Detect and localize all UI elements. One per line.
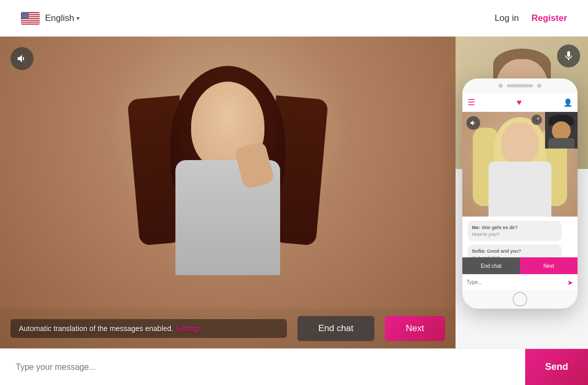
phone-speaker xyxy=(507,84,533,87)
phone-next-button[interactable]: Next xyxy=(520,257,578,274)
next-button[interactable]: Next xyxy=(385,316,445,341)
svg-point-11 xyxy=(25,12,26,13)
phone-camera-2 xyxy=(537,84,541,88)
svg-point-36 xyxy=(22,17,23,17)
svg-point-19 xyxy=(21,14,22,15)
flag-icon xyxy=(21,12,40,25)
register-button[interactable]: Register xyxy=(531,13,567,24)
svg-point-12 xyxy=(26,12,27,13)
svg-point-31 xyxy=(23,16,23,16)
svg-point-21 xyxy=(24,14,24,15)
svg-point-23 xyxy=(26,14,27,15)
svg-point-22 xyxy=(25,14,26,15)
svg-point-8 xyxy=(21,12,22,13)
svg-point-30 xyxy=(21,16,22,16)
main-video: Automatic translation of the messages en… xyxy=(0,37,456,348)
chat-original-1: Wie geht es dir? xyxy=(482,224,518,230)
phone-chat-bubble-1: Me: Wie geht es dir? How're you? xyxy=(468,221,562,241)
send-button[interactable]: Send xyxy=(525,349,588,386)
phone-message-input[interactable] xyxy=(467,279,567,285)
chat-original-2: Good and you? xyxy=(487,248,521,254)
phone-video-area: 🎤 xyxy=(462,112,578,217)
phone-end-chat-button[interactable]: End chat xyxy=(462,257,520,274)
login-button[interactable]: Log in xyxy=(495,13,519,24)
svg-point-29 xyxy=(27,15,27,16)
phone-sound-icon[interactable] xyxy=(467,116,480,130)
phone-menu-icon[interactable]: ☰ xyxy=(468,97,475,107)
phone-top-bar xyxy=(462,78,578,93)
svg-point-25 xyxy=(22,15,23,16)
phone-woman-body xyxy=(489,162,551,217)
svg-point-13 xyxy=(28,12,28,13)
svg-point-33 xyxy=(25,16,26,16)
message-bar: Send xyxy=(0,348,588,385)
sound-button[interactable] xyxy=(10,47,34,70)
svg-rect-6 xyxy=(21,22,40,24)
phone-send-icon[interactable]: ➤ xyxy=(567,278,573,287)
translation-notice: Automatic translation of the messages en… xyxy=(10,319,287,338)
svg-point-34 xyxy=(26,16,27,16)
phone-camera xyxy=(498,84,503,88)
phone-woman-face xyxy=(502,122,538,164)
svg-point-14 xyxy=(22,13,23,14)
video-bottom-bar: Automatic translation of the messages en… xyxy=(0,309,456,348)
phone-user-icon: 👤 xyxy=(563,98,572,107)
language-label: English xyxy=(45,13,74,24)
svg-point-28 xyxy=(26,15,26,16)
svg-point-35 xyxy=(28,16,28,16)
header-left: English ▾ xyxy=(21,12,80,25)
language-selector[interactable]: English ▾ xyxy=(45,13,80,24)
phone-mic-icon[interactable]: 🎤 xyxy=(531,115,542,125)
phone-action-bar: End chat Next xyxy=(462,257,578,274)
svg-point-38 xyxy=(25,17,25,17)
svg-point-24 xyxy=(28,14,28,15)
woman-figure xyxy=(118,66,338,317)
chevron-down-icon: ▾ xyxy=(76,15,80,22)
message-input[interactable] xyxy=(0,363,525,372)
svg-point-26 xyxy=(23,15,24,16)
phone-input-area: ➤ xyxy=(462,274,578,290)
phone-man-face xyxy=(552,121,571,140)
mic-button[interactable] xyxy=(557,44,580,67)
chat-sender-2: Sofia: xyxy=(472,248,487,254)
video-section: Automatic translation of the messages en… xyxy=(0,37,588,348)
main-content: Automatic translation of the messages en… xyxy=(0,37,588,385)
svg-point-15 xyxy=(23,13,24,14)
phone-heart-icon: ♥ xyxy=(517,98,522,107)
svg-rect-4 xyxy=(21,18,40,19)
phone-bottom-bar xyxy=(462,290,578,309)
svg-point-10 xyxy=(24,12,24,13)
svg-point-39 xyxy=(26,17,26,17)
settings-link[interactable]: Settings xyxy=(175,324,202,333)
chat-sender-1: Me: xyxy=(472,224,482,230)
chat-translation-1: How're you? xyxy=(472,231,500,237)
phone-screen: ☰ ♥ 👤 xyxy=(462,93,578,290)
phone-header: ☰ ♥ 👤 xyxy=(462,93,578,112)
svg-rect-5 xyxy=(21,20,40,21)
end-chat-button[interactable]: End chat xyxy=(297,316,374,341)
svg-point-20 xyxy=(23,14,23,15)
svg-point-17 xyxy=(26,13,26,14)
phone-chat-bubble-2: Sofia: Good and you? Gut und dir? xyxy=(468,244,562,257)
header-right: Log in Register xyxy=(495,13,567,24)
svg-point-16 xyxy=(25,13,25,14)
header: English ▾ Log in Register xyxy=(0,0,588,37)
svg-point-18 xyxy=(27,13,27,14)
phone-mockup: ☰ ♥ 👤 xyxy=(462,78,578,309)
svg-point-27 xyxy=(25,15,25,16)
phone-man-body xyxy=(548,138,574,149)
svg-point-40 xyxy=(27,17,27,17)
phone-small-video xyxy=(545,112,578,149)
svg-point-37 xyxy=(23,17,24,17)
svg-point-32 xyxy=(24,16,24,16)
phone-chat-area: Me: Wie geht es dir? How're you? Sofia: … xyxy=(462,217,578,257)
phone-home-button[interactable] xyxy=(513,292,527,307)
svg-point-9 xyxy=(23,12,23,13)
